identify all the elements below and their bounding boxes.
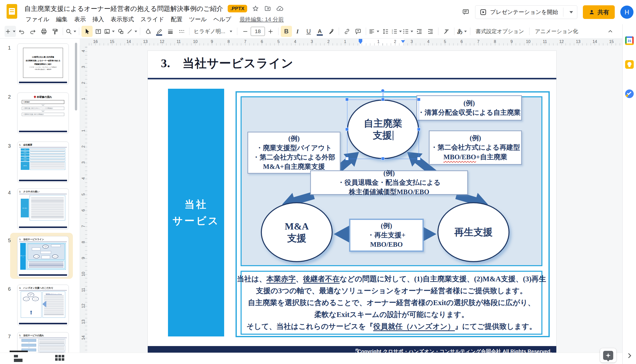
diagram-outer-frame[interactable]: (例)・清算分配金収受による自主廃業 (例)・廃業支援型バイアウト・第二会社方式… xyxy=(236,91,550,337)
print-button[interactable] xyxy=(38,26,49,37)
comment-history-icon[interactable] xyxy=(462,8,470,16)
format-options-button[interactable]: 書式設定オプション xyxy=(473,26,527,37)
menu-スライド[interactable]: スライド xyxy=(137,14,167,25)
collapse-rail-chevron-icon[interactable] xyxy=(626,352,633,360)
diagram-area[interactable]: (例)・清算分配金収受による自主廃業 (例)・廃業支援型バイアウト・第二会社方式… xyxy=(241,96,542,266)
slide-thumbnail-5-selected[interactable]: 3. 当社サービスライン 当社 サービス 自主廃業支援 M&A支援 再生支援 xyxy=(17,236,69,277)
summary-text-box[interactable]: 当社は、本業赤字、後継者不在などの問題に対して、(1)自主廃業支援、(2)M&A… xyxy=(241,271,542,335)
numbered-list-button[interactable]: 123 xyxy=(391,26,402,37)
new-slide-button[interactable] xyxy=(5,26,16,37)
ellipse-voluntary-closure[interactable]: 自主廃業 支援 xyxy=(347,100,419,159)
increase-indent-button[interactable] xyxy=(425,26,436,37)
star-icon[interactable] xyxy=(252,5,259,12)
border-color-button[interactable] xyxy=(154,26,165,37)
indent-marker-right[interactable] xyxy=(401,40,405,43)
slide-thumbnail-4[interactable]: 2. クロサポの想い 当社の想い xyxy=(17,188,69,230)
decrease-indent-button[interactable] xyxy=(414,26,425,37)
insert-link-button[interactable] xyxy=(341,26,352,37)
text-box-button[interactable] xyxy=(93,26,104,37)
selection-handle-tr[interactable] xyxy=(417,98,420,101)
bulleted-list-button[interactable] xyxy=(402,26,414,37)
move-folder-icon[interactable] xyxy=(264,5,271,12)
selection-handle-br[interactable] xyxy=(417,157,420,160)
cloud-status-icon[interactable] xyxy=(276,5,284,12)
decrease-font-size-button[interactable] xyxy=(240,26,251,37)
border-weight-button[interactable] xyxy=(165,26,176,37)
font-family-select[interactable]: ヒラギノ明... xyxy=(192,26,235,37)
side-label-shape[interactable]: 当社 サービス xyxy=(168,89,224,336)
insert-image-button[interactable] xyxy=(104,26,115,37)
selection-handle-ml[interactable] xyxy=(345,128,349,131)
menu-編集[interactable]: 編集 xyxy=(53,14,71,25)
account-avatar[interactable]: H xyxy=(620,6,633,19)
slide-thumbnail-7[interactable]: 5. 当社サービスの流れ xyxy=(17,332,69,353)
menu-配置[interactable]: 配置 xyxy=(167,14,186,25)
text-color-button[interactable]: A xyxy=(314,26,325,37)
slide-thumbnail-1[interactable]: ●●税理士法人様_社内研修 自主廃業支援によるオーナー経営者の抱える 問題解決事… xyxy=(17,43,69,85)
horizontal-ruler[interactable]: 1234567891011121314151612345678910111213… xyxy=(87,39,622,46)
selection-handle-tc[interactable] xyxy=(381,98,385,101)
slide-thumbnail-3[interactable]: 1. 会社概要 商号所在地設立代表者資本金事業内容 xyxy=(17,142,69,183)
underline-button[interactable]: U xyxy=(303,26,314,37)
italic-button[interactable]: I xyxy=(292,26,303,37)
redo-button[interactable] xyxy=(27,26,38,37)
line-spacing-button[interactable] xyxy=(380,26,391,37)
example-box-mbo[interactable]: (例)・再生支援+MBO/EBO xyxy=(349,219,424,252)
highlight-color-button[interactable] xyxy=(325,26,336,37)
undo-button[interactable] xyxy=(16,26,27,37)
ruler-number: 5 xyxy=(278,39,280,44)
fill-color-button[interactable] xyxy=(142,26,154,37)
animate-button[interactable]: アニメーション化 xyxy=(532,26,581,37)
example-box-buyout[interactable]: (例)・廃業支援型バイアウト・第二会社方式による外部M&A+自主廃業支援 xyxy=(247,132,341,174)
insert-line-button[interactable] xyxy=(126,26,138,37)
border-dash-button[interactable] xyxy=(176,26,187,37)
document-title[interactable]: 自主廃業支援によるオーナー経営者の抱える問題解決事例のご紹介 xyxy=(24,4,223,13)
hide-menus-button[interactable] xyxy=(605,26,616,37)
ellipse-ma-support[interactable]: M&A 支援 xyxy=(261,202,333,262)
slide-thumbnail-6[interactable]: 4. ハンズオン支援へのこだわり 自主廃業支援 M&A支援 再生支援 顧問契約へ… xyxy=(17,285,69,326)
selection-handle-tl[interactable] xyxy=(345,98,349,101)
increase-font-size-button[interactable] xyxy=(265,26,276,37)
presentation-options-caret[interactable] xyxy=(569,11,573,13)
bold-button[interactable]: B xyxy=(281,26,292,37)
menu-表示形式[interactable]: 表示形式 xyxy=(107,14,137,25)
ellipse-revival-support[interactable]: 再生支援 xyxy=(437,202,510,262)
filmstrip-scrollbar[interactable] xyxy=(75,43,77,110)
menu-挿入[interactable]: 挿入 xyxy=(89,14,107,25)
select-tool-button[interactable] xyxy=(81,26,93,37)
input-tools-button[interactable]: あ xyxy=(457,26,468,37)
add-comment-button[interactable] xyxy=(352,26,364,37)
slide-title-text[interactable]: 3. 当社サービスライン xyxy=(161,55,293,71)
menu-ヘルプ[interactable]: ヘルプ xyxy=(210,14,235,25)
filmstrip-view-icon[interactable] xyxy=(14,355,24,362)
menu-ツール[interactable]: ツール xyxy=(186,14,210,25)
google-calendar-icon[interactable]: 31 xyxy=(625,36,634,45)
rotation-handle[interactable] xyxy=(381,89,385,93)
last-edited-link[interactable]: 最終編集: 14 分前 xyxy=(240,16,284,23)
menu-表示[interactable]: 表示 xyxy=(71,14,89,25)
example-box-second-company[interactable]: (例)・第二会社方式による再建型MBO/EBO+自主廃業 xyxy=(429,130,522,165)
selection-handle-mr[interactable] xyxy=(417,128,420,131)
selection-handle-bc[interactable] xyxy=(381,157,385,160)
grid-view-icon[interactable] xyxy=(55,355,64,361)
vertical-ruler[interactable]: 12341234567891011121314 xyxy=(80,46,87,353)
slides-logo-icon[interactable] xyxy=(7,4,17,19)
paint-format-button[interactable] xyxy=(49,26,60,37)
google-keep-icon[interactable] xyxy=(625,60,634,69)
google-tasks-icon[interactable] xyxy=(625,89,634,98)
insert-shape-button[interactable] xyxy=(115,26,126,37)
menu-ファイル[interactable]: ファイル xyxy=(22,14,53,25)
selection-handle-bl[interactable] xyxy=(345,157,349,160)
zoom-button[interactable] xyxy=(65,26,77,37)
example-box-retirement[interactable]: (例)・役員退職金・配当金支払による株主価値減価型MBO/EBO xyxy=(310,170,468,195)
example-box-liquidation[interactable]: (例)・清算分配金収受による自主廃業 xyxy=(416,95,522,121)
clear-formatting-button[interactable] xyxy=(441,26,452,37)
align-button[interactable] xyxy=(368,26,380,37)
start-presentation-button[interactable]: プレゼンテーションを開始 xyxy=(475,5,577,19)
slide-page[interactable]: 3. 当社サービスライン 当社 サービス (例)・清算分配金収受による自主廃業 … xyxy=(147,51,557,358)
slide-thumbnail-2[interactable]: 本研修の流れ 1. 会社紹介 2. 廃業支援に関するM&Aソーシングの事例紹介 … xyxy=(17,93,69,134)
font-size-input[interactable]: 18 xyxy=(251,27,265,36)
indent-marker-left[interactable] xyxy=(358,39,363,44)
share-button[interactable]: 共有 xyxy=(583,5,615,19)
explore-button[interactable] xyxy=(600,348,616,362)
